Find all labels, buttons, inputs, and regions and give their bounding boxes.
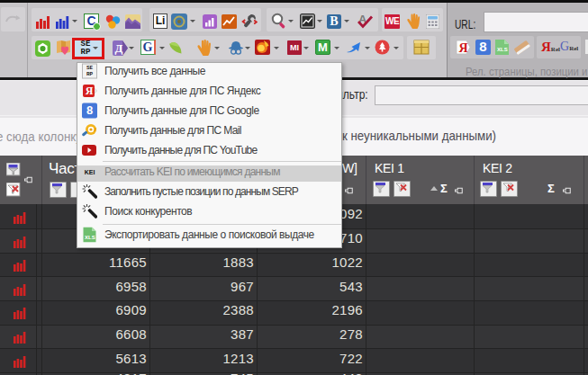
svg-text:Д: Д (115, 41, 123, 55)
svg-text:XLS: XLS (85, 235, 95, 240)
svg-text:Я: Я (459, 41, 468, 55)
svg-text:XLS: XLS (497, 47, 508, 52)
svg-text:Я: Я (86, 85, 94, 97)
